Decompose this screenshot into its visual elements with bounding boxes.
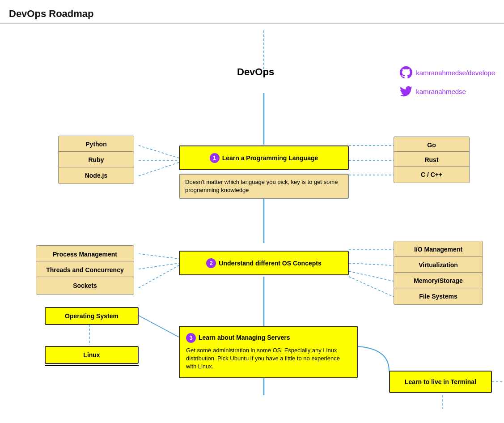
github-label: kamranahmedse/develope — [416, 69, 495, 77]
svg-line-17 — [139, 316, 179, 337]
linux-label: Linux — [83, 351, 100, 359]
page-title: DevOps Roadmap — [0, 0, 504, 24]
box-nodejs: Node.js — [58, 167, 134, 184]
box-memory-storage: Memory/Storage — [394, 272, 483, 289]
svg-line-1 — [139, 145, 179, 158]
node3-title: Learn about Managing Servers — [199, 333, 290, 342]
box-io-mgmt: I/O Management — [394, 241, 483, 258]
os-label: Operating System — [65, 312, 119, 320]
devops-center-label: DevOps — [237, 66, 274, 78]
linux-underline — [45, 365, 139, 366]
box-node2: 2 Understand different OS Concepts — [179, 251, 349, 275]
node1-circle: 1 — [210, 153, 220, 163]
svg-line-13 — [349, 277, 394, 297]
svg-line-11 — [349, 263, 394, 265]
rust-label: Rust — [424, 156, 438, 163]
box-sockets: Sockets — [36, 277, 134, 295]
io-mgmt-label: I/O Management — [414, 246, 462, 253]
svg-line-9 — [139, 265, 179, 288]
terminal-label: Learn to live in Terminal — [405, 378, 476, 385]
ruby-label: Ruby — [89, 156, 104, 163]
python-label: Python — [85, 141, 106, 148]
social-area: kamranahmedse/develope kamranahmedse — [400, 66, 495, 98]
box-file-systems: File Systems — [394, 288, 483, 305]
svg-line-3 — [139, 162, 179, 176]
node1-desc-text: Doesn't matter which language you pick, … — [185, 179, 338, 193]
box-node3: 3 Learn about Managing Servers Get some … — [179, 326, 358, 378]
box-linux: Linux — [45, 346, 139, 364]
threads-label: Threads and Concurrency — [46, 266, 124, 273]
node3-desc-text: Get some administration in some OS. Espe… — [186, 347, 340, 370]
process-mgmt-label: Process Management — [53, 251, 117, 258]
node2-title: Understand different OS Concepts — [219, 260, 321, 267]
memory-storage-label: Memory/Storage — [414, 277, 463, 284]
twitter-label: kamranahmedse — [416, 88, 466, 95]
cpp-label: C / C++ — [421, 171, 442, 178]
svg-line-12 — [349, 271, 394, 281]
go-label: Go — [427, 141, 436, 149]
box-node1: 1 Learn a Programming Language — [179, 145, 349, 170]
svg-line-7 — [139, 254, 179, 259]
box-node1-desc: Doesn't matter which language you pick, … — [179, 174, 349, 199]
node1-title: Learn a Programming Language — [222, 154, 318, 162]
twitter-link[interactable]: kamranahmedse — [400, 85, 495, 98]
github-link[interactable]: kamranahmedse/develope — [400, 66, 495, 79]
sockets-label: Sockets — [73, 282, 97, 289]
node2-circle: 2 — [206, 258, 216, 268]
virtualization-label: Virtualization — [419, 261, 458, 269]
box-cpp: C / C++ — [394, 166, 470, 183]
box-virtualization: Virtualization — [394, 256, 483, 273]
svg-line-8 — [139, 263, 179, 269]
box-terminal: Learn to live in Terminal — [389, 371, 492, 393]
file-systems-label: File Systems — [419, 293, 457, 300]
node3-circle: 3 — [186, 333, 196, 343]
box-os: Operating System — [45, 307, 139, 325]
nodejs-label: Node.js — [85, 172, 108, 179]
box-process-mgmt: Process Management — [36, 245, 134, 263]
box-python: Python — [58, 136, 134, 153]
box-threads: Threads and Concurrency — [36, 261, 134, 279]
box-ruby: Ruby — [58, 151, 134, 168]
